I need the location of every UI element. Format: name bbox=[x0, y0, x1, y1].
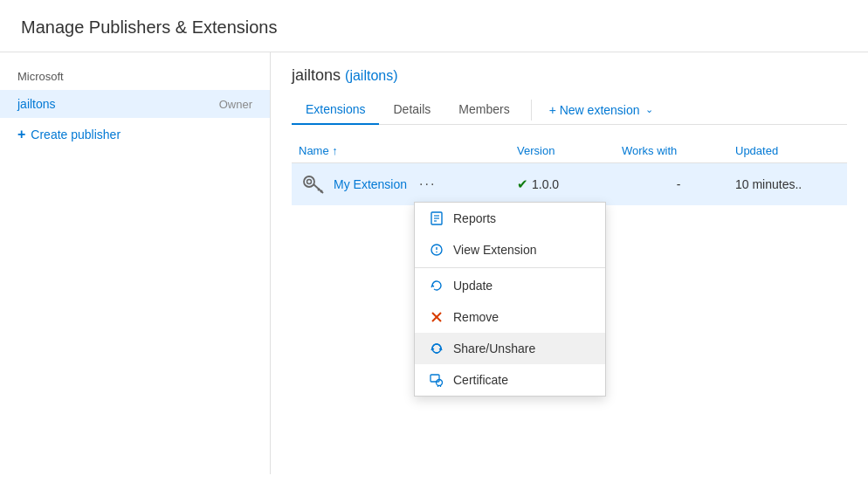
create-publisher-button[interactable]: + Create publisher bbox=[0, 118, 270, 151]
view-icon bbox=[429, 243, 444, 257]
ellipsis-button[interactable]: ··· bbox=[414, 175, 441, 194]
tab-extensions[interactable]: Extensions bbox=[292, 95, 379, 125]
version-value: 1.0.0 bbox=[532, 177, 559, 191]
menu-item-view-extension[interactable]: View Extension bbox=[415, 234, 605, 266]
menu-divider-1 bbox=[415, 267, 605, 268]
remove-icon bbox=[429, 310, 444, 324]
certificate-icon bbox=[429, 373, 444, 387]
version-cell: ✔ 1.0.0 bbox=[517, 176, 622, 192]
col-version: Version bbox=[517, 144, 622, 157]
publisher-username: jailtons bbox=[292, 66, 341, 84]
svg-point-1 bbox=[307, 180, 312, 184]
plus-icon: + bbox=[17, 127, 25, 142]
sidebar-publisher-name: jailtons bbox=[17, 97, 56, 111]
reports-icon bbox=[429, 211, 444, 225]
menu-reports-label: Reports bbox=[453, 211, 496, 225]
extension-name-cell: My Extension ··· bbox=[299, 170, 517, 198]
col-works-with: Works with bbox=[622, 144, 735, 157]
updated-cell: 10 minutes.. bbox=[735, 177, 840, 191]
extension-icon bbox=[299, 170, 327, 198]
menu-remove-label: Remove bbox=[453, 310, 499, 324]
menu-item-remove[interactable]: Remove bbox=[415, 301, 605, 333]
layout: Microsoft jailtons Owner + Create publis… bbox=[0, 52, 868, 474]
extension-name[interactable]: My Extension bbox=[334, 177, 407, 191]
menu-share-label: Share/Unshare bbox=[453, 342, 535, 355]
menu-certificate-label: Certificate bbox=[453, 373, 508, 387]
create-publisher-label: Create publisher bbox=[31, 128, 121, 141]
tab-details[interactable]: Details bbox=[379, 95, 444, 125]
publisher-handle: (jailtons) bbox=[345, 68, 397, 83]
works-with-cell: - bbox=[622, 177, 735, 191]
new-extension-button[interactable]: + New extension ⌄ bbox=[539, 98, 664, 122]
sidebar: Microsoft jailtons Owner + Create publis… bbox=[0, 52, 271, 474]
sidebar-publisher-role: Owner bbox=[219, 98, 252, 111]
tab-members[interactable]: Members bbox=[444, 95, 523, 125]
publisher-heading: jailtons (jailtons) bbox=[292, 66, 847, 85]
table-row: My Extension ··· ✔ 1.0.0 - 10 minutes.. bbox=[292, 163, 847, 205]
menu-item-certificate[interactable]: Certificate bbox=[415, 364, 605, 396]
svg-rect-14 bbox=[431, 375, 439, 382]
col-updated: Updated bbox=[735, 144, 840, 157]
context-menu: Reports View Extension bbox=[414, 202, 606, 397]
menu-item-reports[interactable]: Reports bbox=[415, 203, 605, 234]
main-content: jailtons (jailtons) Extensions Details M… bbox=[271, 52, 868, 474]
chevron-down-icon: ⌄ bbox=[645, 104, 653, 115]
tab-divider bbox=[531, 100, 532, 121]
col-name: Name ↑ bbox=[299, 144, 517, 157]
table-header: Name ↑ Version Works with Updated bbox=[292, 139, 847, 163]
tabs-bar: Extensions Details Members + New extensi… bbox=[292, 95, 847, 125]
new-extension-label: + New extension bbox=[549, 103, 640, 117]
update-icon bbox=[429, 279, 444, 293]
check-icon: ✔ bbox=[517, 176, 528, 192]
menu-item-share-unshare[interactable]: Share/Unshare bbox=[415, 333, 605, 364]
page-header: Manage Publishers & Extensions bbox=[0, 0, 868, 52]
menu-view-label: View Extension bbox=[453, 243, 536, 257]
page-title: Manage Publishers & Extensions bbox=[21, 17, 847, 38]
share-icon bbox=[429, 342, 444, 355]
svg-point-0 bbox=[304, 176, 314, 187]
svg-point-11 bbox=[436, 252, 437, 253]
menu-update-label: Update bbox=[453, 279, 493, 293]
sidebar-section-label: Microsoft bbox=[0, 66, 270, 90]
sidebar-item-jailtons[interactable]: jailtons Owner bbox=[0, 90, 270, 118]
menu-item-update[interactable]: Update bbox=[415, 270, 605, 301]
